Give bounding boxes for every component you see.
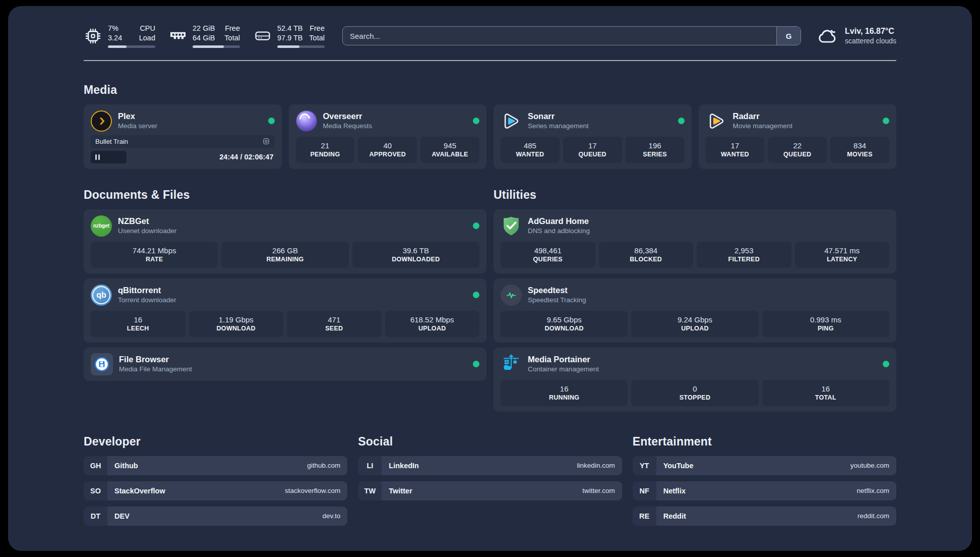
weather-condition: scattered clouds: [845, 36, 896, 45]
link-url: youtube.com: [850, 462, 889, 469]
link-github[interactable]: GH Githubgithub.com: [84, 456, 347, 475]
social-column: Social LI LinkedInlinkedin.com TW Twitte…: [358, 435, 622, 532]
link-linkedin[interactable]: LI LinkedInlinkedin.com: [358, 456, 622, 475]
speedtest-card[interactable]: Speedtest Speedtest Tracking 9.65 GbpsDO…: [494, 278, 896, 343]
app-name: Plex: [118, 111, 157, 122]
disk-icon: [254, 27, 272, 45]
playback-time: 24:44 / 02:06:47: [219, 153, 274, 161]
status-dot: [268, 118, 275, 124]
link-reddit[interactable]: RE Redditreddit.com: [633, 507, 896, 526]
link-name: Reddit: [663, 512, 686, 520]
now-playing-title: Bullet Train: [95, 138, 128, 145]
documents-column: Documents & Files nzbget NZBGet Usenet d…: [84, 169, 486, 381]
app-name: AdGuard Home: [528, 216, 590, 227]
section-title-entertainment: Entertainment: [633, 435, 896, 449]
disk-total-label: Total: [309, 33, 325, 43]
header-divider: [84, 60, 896, 61]
app-desc: Media server: [118, 122, 157, 131]
memory-total: 64 GiB: [193, 33, 215, 43]
link-badge: YT: [633, 456, 656, 475]
utilities-column: Utilities AdGuard Home DNS and adblockin…: [494, 169, 896, 412]
link-url: linkedin.com: [577, 462, 615, 469]
app-name: Radarr: [733, 111, 793, 122]
search-engine-button[interactable]: G: [776, 27, 801, 45]
app-desc: Movie management: [733, 122, 793, 131]
app-name: Media Portainer: [528, 354, 599, 365]
status-dot: [473, 118, 479, 124]
memory-free-label: Free: [225, 24, 240, 33]
app-desc: Media File Management: [119, 365, 192, 374]
overseerr-icon: [296, 110, 317, 132]
link-url: stackoverflow.com: [285, 487, 340, 494]
qbittorrent-card[interactable]: qb qBittorrent Torrent downloader 16LEEC…: [84, 278, 486, 343]
link-name: LinkedIn: [389, 462, 419, 470]
dashboard-panel: 7%CPU 3.24Load 22 GiBFree 64 GiBTotal: [8, 6, 972, 551]
adguard-card[interactable]: AdGuard Home DNS and adblocking 498,461Q…: [494, 209, 896, 273]
cpu-progress-bar: [108, 45, 155, 48]
radarr-card[interactable]: Radarr Movie management 17WANTED 22QUEUE…: [699, 104, 897, 169]
stat-latency: 47.571 msLATENCY: [795, 242, 890, 268]
stat-upload: 618.52 MbpsUPLOAD: [385, 311, 480, 337]
app-name: NZBGet: [118, 216, 176, 227]
app-desc: Torrent downloader: [118, 296, 176, 305]
link-name: Github: [114, 462, 138, 470]
disk-values: 52.4 TBFree 97.9 TBTotal: [277, 24, 325, 47]
section-title-social: Social: [358, 435, 622, 449]
disk-progress-bar: [277, 45, 325, 48]
sonarr-card[interactable]: Sonarr Series management 485WANTED 17QUE…: [494, 104, 692, 169]
link-badge: GH: [84, 456, 107, 475]
disk-stat: 52.4 TBFree 97.9 TBTotal: [254, 24, 325, 47]
developer-column: Developer GH Githubgithub.com SO StackOv…: [84, 435, 347, 532]
disk-free-label: Free: [310, 24, 325, 33]
link-twitter[interactable]: TW Twittertwitter.com: [358, 481, 622, 500]
app-name: Sonarr: [528, 111, 589, 122]
filebrowser-card[interactable]: File Browser Media File Management: [84, 348, 486, 381]
link-netflix[interactable]: NF Netflixnetflix.com: [633, 481, 896, 500]
stat-pending: 21PENDING: [296, 137, 355, 163]
cpu-label: CPU: [140, 24, 155, 33]
status-dot: [883, 361, 889, 367]
cpu-values: 7%CPU 3.24Load: [108, 24, 155, 47]
portainer-card[interactable]: Media Portainer Container management 16R…: [494, 348, 896, 412]
stat-approved: 40APPROVED: [358, 137, 417, 163]
sonarr-icon: [501, 110, 522, 132]
link-badge: DT: [84, 507, 107, 526]
plex-card[interactable]: Plex Media server Bullet Train 24:44 / 0…: [84, 104, 282, 169]
link-stackoverflow[interactable]: SO StackOverflowstackoverflow.com: [84, 481, 347, 500]
link-name: YouTube: [663, 462, 694, 470]
stat-rate: 744.21 MbpsRATE: [91, 242, 218, 268]
nzbget-card[interactable]: nzbget NZBGet Usenet downloader 744.21 M…: [84, 209, 486, 273]
app-desc: Container management: [528, 365, 599, 374]
stat-ping: 0.993 msPING: [762, 311, 889, 337]
link-youtube[interactable]: YT YouTubeyoutube.com: [633, 456, 896, 475]
link-url: reddit.com: [858, 512, 889, 520]
link-name: DEV: [114, 512, 130, 520]
app-desc: Usenet downloader: [118, 227, 176, 236]
memory-values: 22 GiBFree 64 GiBTotal: [193, 24, 240, 47]
overseerr-card[interactable]: Overseerr Media Requests 21PENDING 40APP…: [289, 104, 487, 169]
pause-icon: [95, 154, 100, 160]
links-grid: Developer GH Githubgithub.com SO StackOv…: [84, 435, 896, 532]
weather-text: Lviv, 16.87°C scattered clouds: [845, 26, 896, 46]
disk-total: 97.9 TB: [277, 33, 303, 43]
weather-widget[interactable]: Lviv, 16.87°C scattered clouds: [816, 25, 896, 47]
playback-progress: 24:44 / 02:06:47: [91, 151, 275, 163]
plex-icon: [91, 110, 112, 132]
app-name: Overseerr: [323, 111, 373, 122]
app-name: File Browser: [119, 354, 192, 365]
middle-columns: Documents & Files nzbget NZBGet Usenet d…: [84, 169, 896, 412]
search-input[interactable]: [343, 27, 776, 45]
stat-remaining: 266 GBREMAINING: [221, 242, 348, 268]
link-url: dev.to: [323, 512, 341, 520]
stat-queries: 498,461QUERIES: [501, 242, 595, 268]
stat-download: 9.65 GbpsDOWNLOAD: [501, 311, 628, 337]
stat-running: 16RUNNING: [501, 380, 628, 406]
link-badge: LI: [358, 456, 382, 475]
status-dot: [473, 361, 479, 367]
stat-queued: 17QUEUED: [563, 137, 622, 163]
link-name: Twitter: [389, 487, 412, 495]
link-dev[interactable]: DT DEVdev.to: [84, 507, 347, 526]
stat-total: 16TOTAL: [762, 380, 889, 406]
cpu-chip-icon: [84, 27, 102, 45]
cpu-stat: 7%CPU 3.24Load: [84, 24, 155, 47]
